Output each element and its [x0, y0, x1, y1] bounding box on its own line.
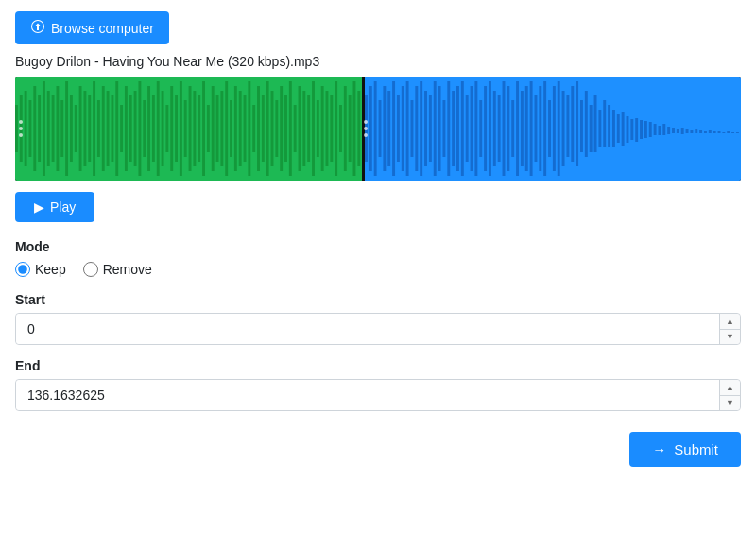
waveform-svg-unselected — [365, 77, 741, 181]
svg-rect-81 — [387, 91, 390, 166]
svg-rect-43 — [212, 86, 215, 171]
left-handle[interactable] — [19, 120, 23, 137]
svg-rect-72 — [344, 86, 347, 171]
svg-rect-140 — [659, 126, 662, 135]
mode-remove-radio[interactable] — [83, 262, 98, 277]
svg-rect-19 — [102, 86, 105, 171]
svg-rect-54 — [262, 95, 265, 162]
svg-rect-5 — [38, 95, 41, 162]
svg-rect-23 — [120, 105, 123, 152]
svg-rect-77 — [369, 86, 372, 171]
svg-rect-10 — [60, 100, 63, 157]
svg-rect-148 — [695, 129, 697, 133]
end-input[interactable] — [16, 380, 719, 410]
svg-rect-8 — [52, 95, 55, 162]
svg-rect-120 — [567, 95, 570, 157]
waveform-display[interactable]: // Generate random waveform bars — [15, 77, 741, 181]
svg-rect-40 — [198, 95, 200, 162]
svg-rect-101 — [479, 100, 482, 157]
end-spinner-up[interactable]: ▲ — [720, 380, 740, 396]
svg-rect-142 — [667, 127, 670, 134]
svg-rect-47 — [230, 100, 232, 157]
svg-rect-53 — [257, 86, 260, 171]
svg-rect-118 — [558, 81, 560, 176]
waveform-selected-region[interactable]: // Generate random waveform bars — [15, 77, 362, 181]
handle-dot — [364, 133, 368, 137]
svg-rect-131 — [617, 114, 620, 143]
svg-rect-146 — [686, 129, 689, 133]
svg-rect-84 — [402, 86, 404, 171]
right-handle[interactable] — [364, 120, 368, 137]
mode-remove-option[interactable]: Remove — [83, 262, 152, 277]
start-spinner-up[interactable]: ▲ — [720, 314, 740, 330]
svg-rect-117 — [553, 86, 556, 171]
svg-rect-60 — [289, 81, 292, 176]
svg-rect-154 — [723, 132, 726, 133]
svg-rect-133 — [627, 116, 629, 143]
svg-rect-63 — [302, 91, 305, 166]
end-spinner-down[interactable]: ▼ — [720, 396, 740, 411]
svg-rect-32 — [162, 91, 164, 166]
svg-rect-156 — [731, 132, 734, 133]
svg-rect-45 — [220, 91, 223, 166]
svg-rect-34 — [170, 86, 173, 171]
svg-rect-97 — [461, 81, 464, 176]
svg-rect-64 — [307, 95, 310, 162]
svg-rect-130 — [612, 110, 615, 147]
svg-rect-113 — [535, 95, 538, 162]
filename-label: Bugoy Drilon - Having You Near Me (320 k… — [15, 54, 741, 69]
svg-rect-6 — [43, 81, 45, 176]
browse-computer-button[interactable]: Browse computer — [15, 11, 169, 44]
svg-rect-65 — [312, 81, 315, 176]
svg-rect-41 — [202, 81, 205, 176]
svg-rect-124 — [585, 91, 588, 157]
play-button[interactable]: ▶ Play — [15, 192, 94, 222]
svg-rect-121 — [571, 86, 574, 162]
waveform-unselected-region[interactable] — [365, 77, 741, 181]
svg-rect-71 — [339, 105, 342, 152]
svg-rect-74 — [353, 81, 356, 176]
svg-rect-67 — [321, 86, 324, 171]
svg-rect-69 — [330, 95, 333, 162]
svg-rect-92 — [438, 86, 441, 171]
svg-rect-27 — [138, 81, 141, 176]
svg-rect-122 — [576, 81, 578, 166]
svg-rect-80 — [384, 86, 387, 171]
svg-rect-109 — [516, 81, 519, 176]
svg-rect-78 — [374, 81, 377, 176]
svg-rect-9 — [56, 86, 59, 171]
start-spinner-down[interactable]: ▼ — [720, 330, 740, 345]
svg-rect-31 — [157, 81, 160, 176]
svg-rect-147 — [691, 130, 694, 133]
mode-keep-option[interactable]: Keep — [15, 262, 66, 277]
svg-rect-55 — [266, 81, 269, 176]
submit-button-label: Submit — [674, 441, 718, 457]
svg-rect-20 — [107, 91, 110, 166]
start-spinner: ▲ ▼ — [719, 314, 740, 344]
svg-rect-108 — [511, 100, 514, 157]
mode-label: Mode — [15, 239, 741, 254]
svg-rect-137 — [644, 121, 647, 138]
submit-button[interactable]: → Submit — [629, 432, 741, 467]
start-input[interactable] — [16, 314, 719, 344]
svg-rect-46 — [225, 81, 228, 176]
mode-keep-radio[interactable] — [15, 262, 30, 277]
browse-button-label: Browse computer — [51, 21, 154, 36]
svg-rect-79 — [379, 100, 382, 157]
svg-rect-129 — [608, 105, 610, 147]
svg-rect-39 — [193, 91, 196, 166]
svg-rect-90 — [429, 95, 432, 162]
svg-rect-150 — [704, 131, 707, 133]
mode-radio-group: Keep Remove — [15, 262, 741, 277]
svg-rect-91 — [434, 81, 437, 176]
end-spinner: ▲ ▼ — [719, 380, 740, 410]
upload-icon — [30, 19, 45, 37]
svg-rect-68 — [326, 91, 329, 166]
svg-rect-151 — [709, 130, 712, 133]
svg-rect-85 — [406, 81, 409, 176]
svg-rect-25 — [129, 95, 132, 162]
handle-dot — [364, 127, 368, 130]
svg-rect-82 — [392, 81, 395, 176]
svg-rect-37 — [184, 100, 187, 157]
svg-rect-116 — [548, 100, 551, 157]
